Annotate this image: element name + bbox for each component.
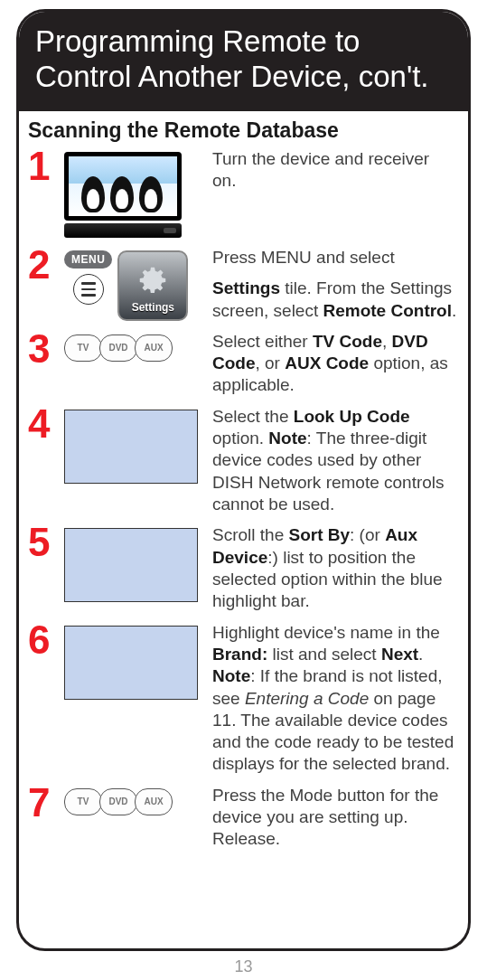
step-text: Turn the device and receiver on. — [212, 148, 457, 193]
step-1-text: Turn the device and receiver on. — [212, 148, 459, 193]
step-2: 2 MENU Settings Press MENU and select — [28, 247, 459, 322]
penguin-icon — [81, 176, 105, 212]
plain-text: , or — [256, 353, 286, 372]
plain-text: , — [382, 332, 392, 351]
mode-button-aux: AUX — [135, 335, 173, 362]
receiver-illustration — [64, 223, 182, 238]
tv-illustration — [64, 152, 182, 238]
page-card: Programming Remote to Control Another De… — [16, 9, 471, 951]
bold-text: Note — [212, 666, 250, 685]
step-3: 3 TV DVD AUX Select either TV Code, DVD … — [28, 331, 459, 397]
step-text: Select the Look Up Code option. Note: Th… — [212, 406, 457, 516]
step-7: 7 TV DVD AUX Press the Mode button for t… — [28, 785, 459, 851]
step-6-graphic — [61, 622, 212, 700]
mode-buttons: TV DVD AUX — [64, 335, 170, 362]
step-3-graphic: TV DVD AUX — [61, 331, 212, 362]
step-2-graphic: MENU Settings — [61, 247, 212, 321]
settings-tile-label: Settings — [132, 301, 174, 314]
step-4: 4 Select the Look Up Code option. Note: … — [28, 406, 459, 516]
hamburger-icon — [73, 274, 104, 305]
step-5-graphic — [61, 524, 212, 602]
step-number: 7 — [28, 783, 61, 823]
step-number: 2 — [28, 245, 61, 285]
page-title: Programming Remote to Control Another De… — [19, 12, 468, 111]
plain-text: Select either — [212, 332, 313, 351]
step-text: Scroll the Sort By: (or Aux Device:) lis… — [212, 524, 457, 612]
step-1-graphic — [61, 148, 212, 238]
plain-text: Select the — [212, 407, 294, 426]
step-number: 6 — [28, 620, 61, 660]
bold-text: Settings — [212, 278, 280, 297]
step-text: Press MENU and select — [212, 247, 457, 269]
plain-text: list and select — [267, 645, 381, 664]
plain-text: option. — [212, 429, 268, 448]
step-4-graphic — [61, 406, 212, 484]
bold-text: Next — [381, 645, 418, 664]
bold-text: AUX Code — [285, 353, 369, 372]
screen-placeholder — [64, 528, 198, 602]
page-number: 13 — [0, 957, 487, 976]
bold-text: TV Code — [313, 332, 382, 351]
step-6-text: Highlight device's name in the Brand: li… — [212, 622, 459, 776]
mode-buttons: TV DVD AUX — [64, 788, 170, 815]
step-6: 6 Highlight device's name in the Brand: … — [28, 622, 459, 776]
step-3-text: Select either TV Code, DVD Code, or AUX … — [212, 331, 459, 397]
section-heading: Scanning the Remote Database — [28, 118, 459, 143]
plain-text: Scroll the — [212, 525, 288, 544]
step-number: 4 — [28, 404, 61, 444]
mode-button-tv: TV — [64, 335, 102, 362]
step-number: 5 — [28, 523, 61, 562]
bold-text: Look Up Code — [294, 407, 410, 426]
penguin-icon — [139, 176, 163, 212]
plain-text: Highlight device's name in the — [212, 623, 440, 642]
step-7-text: Press the Mode button for the device you… — [212, 785, 459, 851]
bold-text: Note — [268, 429, 306, 448]
step-2-text: Press MENU and select Settings tile. Fro… — [212, 247, 459, 322]
step-text: Highlight device's name in the Brand: li… — [212, 622, 457, 776]
step-5-text: Scroll the Sort By: (or Aux Device:) lis… — [212, 524, 459, 612]
bold-text: Sort By — [288, 525, 350, 544]
step-number: 1 — [28, 146, 61, 186]
screen-placeholder — [64, 410, 198, 484]
penguin-icon — [110, 176, 134, 212]
step-4-text: Select the Look Up Code option. Note: Th… — [212, 406, 459, 516]
step-text: Settings tile. From the Settings screen,… — [212, 278, 457, 322]
bold-text: Remote Control — [323, 301, 453, 320]
plain-text: . — [452, 301, 456, 320]
italic-text: Entering a Code — [245, 689, 369, 708]
mode-button-tv: TV — [64, 788, 102, 815]
step-number: 3 — [28, 329, 61, 369]
manual-page: Programming Remote to Control Another De… — [0, 0, 487, 980]
step-text: Select either TV Code, DVD Code, or AUX … — [212, 331, 457, 397]
bold-text: Brand: — [212, 645, 267, 664]
plain-text: . — [418, 645, 423, 664]
screen-placeholder — [64, 626, 198, 700]
menu-badge: MENU — [64, 250, 112, 269]
plain-text: : (or — [350, 525, 385, 544]
mode-button-dvd: DVD — [99, 788, 137, 815]
gear-icon — [136, 263, 170, 297]
content-area: Scanning the Remote Database 1 — [19, 111, 468, 860]
mode-button-dvd: DVD — [99, 335, 137, 362]
mode-button-aux: AUX — [135, 788, 173, 815]
step-7-graphic: TV DVD AUX — [61, 785, 212, 815]
step-1: 1 Turn the device and — [28, 148, 459, 238]
step-text: Press the Mode button for the device you… — [212, 785, 457, 851]
step-5: 5 Scroll the Sort By: (or Aux Device:) l… — [28, 524, 459, 612]
settings-tile: Settings — [117, 250, 188, 321]
